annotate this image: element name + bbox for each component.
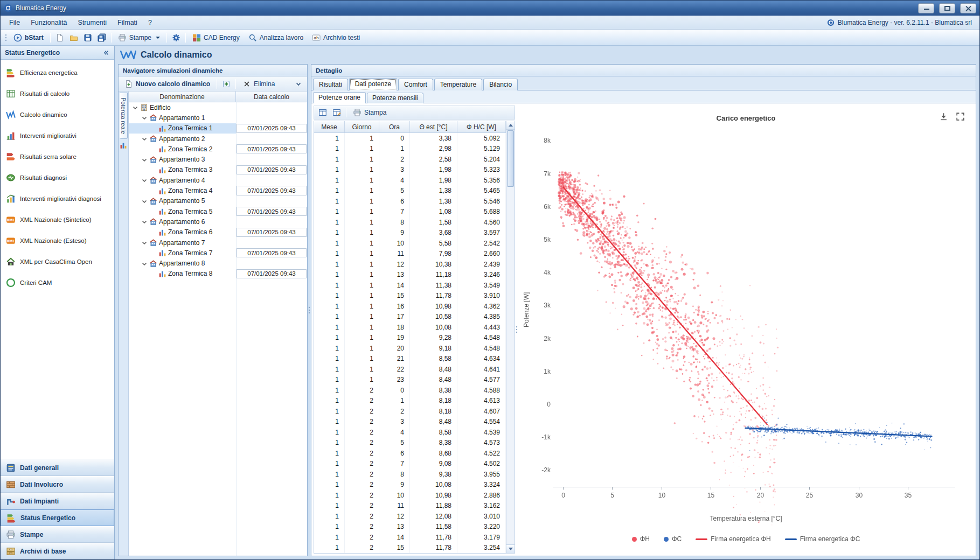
save-all-button[interactable] (95, 32, 108, 44)
sidebar-item-criteri-cam[interactable]: Criteri CAM (1, 272, 114, 293)
table-row[interactable]: 121212,083.010 (314, 511, 506, 522)
table-row[interactable]: 1228,184.607 (314, 406, 506, 417)
tree-row-appartamento-5[interactable]: Appartamento 5 (129, 196, 307, 206)
tree-row-edificio[interactable]: Edificio (129, 102, 307, 113)
sidebar-item-interventi-migliorativi[interactable]: Interventi migliorativi (1, 125, 114, 146)
tab-bilancio[interactable]: Bilancio (483, 79, 518, 90)
expander-icon[interactable] (141, 261, 148, 267)
table-row[interactable]: 1171,085.688 (314, 207, 506, 218)
grid-view-button[interactable] (316, 107, 329, 118)
add-node-button[interactable] (220, 78, 233, 90)
legend-firma-energetica-h[interactable]: Firma energetica ΦH (696, 535, 771, 543)
table-row[interactable]: 1218,184.613 (314, 396, 506, 407)
toolbar-grip[interactable] (4, 33, 8, 42)
table-row[interactable]: 1112,985.129 (314, 144, 506, 155)
stampa-button[interactable]: Stampa (349, 107, 390, 118)
scrollbar-track[interactable] (506, 130, 515, 544)
delete-button[interactable]: Elimina (239, 79, 279, 89)
table-row[interactable]: 1248,584.539 (314, 427, 506, 438)
table-row[interactable]: 1208,384.588 (314, 385, 506, 396)
table-row[interactable]: 121111,883.162 (314, 501, 506, 512)
tab-comfort[interactable]: Comfort (398, 79, 433, 90)
download-chart-icon[interactable] (939, 112, 948, 121)
table-row[interactable]: 1238,484.554 (314, 417, 506, 428)
table-row[interactable]: 121010,982.886 (314, 490, 506, 501)
table-row[interactable]: 111710,584.385 (314, 312, 506, 323)
sidebar-nav-status-energetico[interactable]: Status Energetico (1, 509, 114, 526)
open-button[interactable] (67, 32, 80, 44)
table-row[interactable]: 11238,484.577 (314, 375, 506, 386)
close-button[interactable] (960, 3, 976, 13)
expander-icon[interactable] (141, 177, 148, 184)
sidebar-item-calcolo-dinamico[interactable]: Calcolo dinamico (1, 104, 114, 125)
table-row[interactable]: 1258,384.573 (314, 438, 506, 449)
stampe-button[interactable]: Stampe (114, 32, 164, 43)
tree-row-zona-termica-4[interactable]: Zona Termica 4 07/01/2025 09:43 (129, 185, 307, 195)
sidebar-nav-archivi-di-base[interactable]: Archivi di base (1, 543, 114, 559)
legend-firma-energetica-c[interactable]: Firma energetica ΦC (785, 535, 860, 543)
subtab-potenze-orarie[interactable]: Potenze orarie (313, 92, 366, 103)
legend-c[interactable]: ΦC (664, 535, 682, 543)
column-header-ora[interactable]: Ora (379, 121, 410, 132)
table-row[interactable]: 1161,385.546 (314, 196, 506, 207)
tree-row-appartamento-4[interactable]: Appartamento 4 (129, 175, 307, 185)
sidebar-nav-dati-impianti[interactable]: Dati Impianti (1, 493, 114, 509)
tree-row-zona-termica-5[interactable]: Zona Termica 5 07/01/2025 09:43 (129, 206, 307, 216)
menu-filmati[interactable]: Filmati (112, 17, 143, 29)
table-row[interactable]: 1141,985.356 (314, 175, 506, 186)
table-row[interactable]: 11209,184.548 (314, 343, 506, 354)
sidebar-item-risultati-diagnosi[interactable]: Risultati diagnosi (1, 167, 114, 188)
sidebar-item-risultati-di-calcolo[interactable]: Risultati di calcolo (1, 83, 114, 104)
table-row[interactable]: 111810,084.443 (314, 322, 506, 333)
table-row[interactable]: 111411,383.549 (314, 280, 506, 291)
table-row[interactable]: 11228,484.641 (314, 364, 506, 375)
tree-row-appartamento-1[interactable]: Appartamento 1 (129, 113, 307, 123)
sidebar-item-xml-per-casaclima-open[interactable]: XML per CasaClima Open (1, 251, 114, 272)
tab-dati-potenze[interactable]: Dati potenze (349, 78, 397, 90)
column-header-h-c-w[interactable]: Φ H/C [W] (457, 121, 506, 132)
tree-row-zona-termica-8[interactable]: Zona Termica 8 07/01/2025 09:43 (129, 269, 307, 279)
analizza-lavoro-button[interactable]: Analizza lavoro (245, 32, 307, 43)
expander-icon[interactable] (141, 219, 148, 225)
tree-row-zona-termica-2[interactable]: Zona Termica 2 07/01/2025 09:43 (129, 144, 307, 154)
table-row[interactable]: 111311,183.246 (314, 270, 506, 281)
expander-icon[interactable] (141, 115, 148, 121)
scrollbar-thumb[interactable] (507, 130, 514, 187)
scroll-up-button[interactable] (506, 121, 515, 130)
menu-strumenti[interactable]: Strumenti (73, 17, 113, 29)
archivio-testi-button[interactable]: ab Archivio testi (308, 32, 364, 43)
tree-row-appartamento-8[interactable]: Appartamento 8 (129, 258, 307, 268)
maximize-button[interactable] (939, 3, 955, 13)
menu-funzionalit[interactable]: Funzionalità (25, 17, 72, 29)
table-row[interactable]: 1103,385.092 (314, 133, 506, 144)
expander-icon[interactable] (132, 104, 138, 111)
grid-edit-button[interactable] (330, 107, 343, 118)
subtab-potenze-mensili[interactable]: Potenze mensili (367, 93, 423, 103)
column-header-mese[interactable]: Mese (314, 121, 345, 132)
tree-row-zona-termica-7[interactable]: Zona Termica 7 07/01/2025 09:43 (129, 248, 307, 258)
table-row[interactable]: 111210,382.439 (314, 259, 506, 270)
column-header-est-c[interactable]: Θ est [°C] (410, 121, 457, 132)
sidebar-item-interventi-migliorativi-diagnosi[interactable]: Interventi migliorativi diagnosi (1, 188, 114, 209)
tree-row-zona-termica-6[interactable]: Zona Termica 6 07/01/2025 09:43 (129, 227, 307, 237)
table-row[interactable]: 121411,783.179 (314, 532, 506, 543)
fullscreen-chart-icon[interactable] (956, 112, 965, 121)
table-row[interactable]: 111511,783.910 (314, 291, 506, 302)
table-row[interactable]: 111610,984.362 (314, 301, 506, 312)
settings-button[interactable] (170, 32, 183, 44)
table-row[interactable]: 1181,584.560 (314, 217, 506, 228)
table-row[interactable]: 121511,783.254 (314, 543, 506, 554)
sidebar-nav-dati-generali[interactable]: Dati generali (1, 459, 114, 476)
scroll-down-button[interactable] (506, 544, 515, 553)
sidebar-item-risultati-serra-solare[interactable]: Risultati serra solare (1, 146, 114, 167)
chart-canvas[interactable] (518, 106, 974, 554)
sidebar-item-xml-nazionale-sintetico[interactable]: XML XML Nazionale (Sintetico) (1, 209, 114, 230)
tree-row-appartamento-2[interactable]: Appartamento 2 (129, 134, 307, 144)
tab-risultati[interactable]: Risultati (313, 79, 348, 90)
sidebar-nav-stampe[interactable]: Stampe (1, 526, 114, 543)
table-row[interactable]: 1151,385.465 (314, 186, 506, 197)
bstart-button[interactable]: bStart (10, 32, 47, 43)
navigator-dropdown-button[interactable] (292, 78, 305, 90)
menu-file[interactable]: File (4, 17, 25, 29)
save-button[interactable] (81, 32, 94, 44)
